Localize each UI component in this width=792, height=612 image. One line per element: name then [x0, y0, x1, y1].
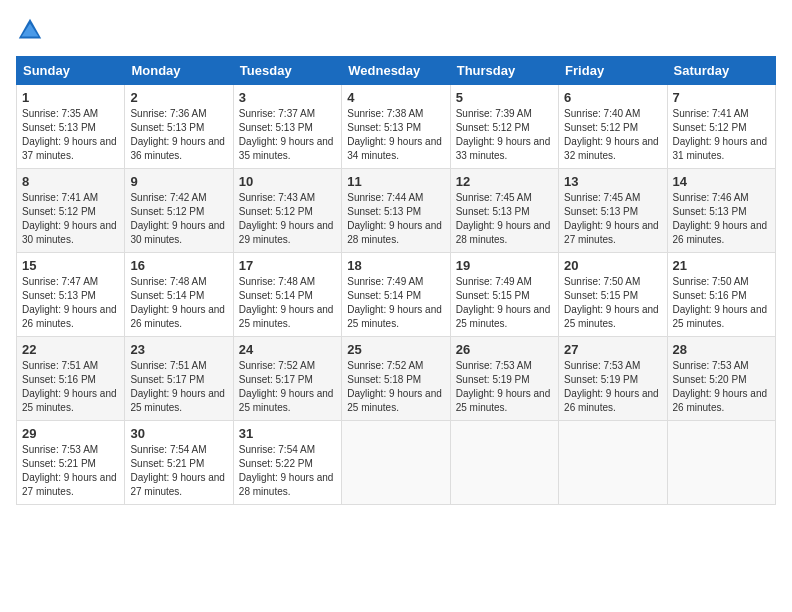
- day-cell: 23Sunrise: 7:51 AM Sunset: 5:17 PM Dayli…: [125, 337, 233, 421]
- day-info: Sunrise: 7:41 AM Sunset: 5:12 PM Dayligh…: [673, 107, 770, 163]
- day-number: 10: [239, 174, 336, 189]
- day-cell: 17Sunrise: 7:48 AM Sunset: 5:14 PM Dayli…: [233, 253, 341, 337]
- day-info: Sunrise: 7:54 AM Sunset: 5:21 PM Dayligh…: [130, 443, 227, 499]
- day-cell: 2Sunrise: 7:36 AM Sunset: 5:13 PM Daylig…: [125, 85, 233, 169]
- day-cell: 12Sunrise: 7:45 AM Sunset: 5:13 PM Dayli…: [450, 169, 558, 253]
- day-cell: 15Sunrise: 7:47 AM Sunset: 5:13 PM Dayli…: [17, 253, 125, 337]
- day-number: 24: [239, 342, 336, 357]
- day-cell: 3Sunrise: 7:37 AM Sunset: 5:13 PM Daylig…: [233, 85, 341, 169]
- day-number: 23: [130, 342, 227, 357]
- day-number: 20: [564, 258, 661, 273]
- day-info: Sunrise: 7:51 AM Sunset: 5:17 PM Dayligh…: [130, 359, 227, 415]
- day-cell: 24Sunrise: 7:52 AM Sunset: 5:17 PM Dayli…: [233, 337, 341, 421]
- day-cell: 31Sunrise: 7:54 AM Sunset: 5:22 PM Dayli…: [233, 421, 341, 505]
- day-info: Sunrise: 7:53 AM Sunset: 5:20 PM Dayligh…: [673, 359, 770, 415]
- day-info: Sunrise: 7:42 AM Sunset: 5:12 PM Dayligh…: [130, 191, 227, 247]
- day-info: Sunrise: 7:49 AM Sunset: 5:14 PM Dayligh…: [347, 275, 444, 331]
- day-info: Sunrise: 7:52 AM Sunset: 5:17 PM Dayligh…: [239, 359, 336, 415]
- day-number: 12: [456, 174, 553, 189]
- day-info: Sunrise: 7:35 AM Sunset: 5:13 PM Dayligh…: [22, 107, 119, 163]
- day-cell: 14Sunrise: 7:46 AM Sunset: 5:13 PM Dayli…: [667, 169, 775, 253]
- day-number: 29: [22, 426, 119, 441]
- day-number: 30: [130, 426, 227, 441]
- day-info: Sunrise: 7:48 AM Sunset: 5:14 PM Dayligh…: [239, 275, 336, 331]
- day-number: 14: [673, 174, 770, 189]
- day-info: Sunrise: 7:43 AM Sunset: 5:12 PM Dayligh…: [239, 191, 336, 247]
- day-cell: 28Sunrise: 7:53 AM Sunset: 5:20 PM Dayli…: [667, 337, 775, 421]
- day-number: 22: [22, 342, 119, 357]
- day-info: Sunrise: 7:49 AM Sunset: 5:15 PM Dayligh…: [456, 275, 553, 331]
- day-number: 1: [22, 90, 119, 105]
- day-cell: 1Sunrise: 7:35 AM Sunset: 5:13 PM Daylig…: [17, 85, 125, 169]
- day-cell: 13Sunrise: 7:45 AM Sunset: 5:13 PM Dayli…: [559, 169, 667, 253]
- day-info: Sunrise: 7:46 AM Sunset: 5:13 PM Dayligh…: [673, 191, 770, 247]
- day-cell: [559, 421, 667, 505]
- weekday-header: Friday: [559, 57, 667, 85]
- day-cell: 25Sunrise: 7:52 AM Sunset: 5:18 PM Dayli…: [342, 337, 450, 421]
- day-info: Sunrise: 7:38 AM Sunset: 5:13 PM Dayligh…: [347, 107, 444, 163]
- day-info: Sunrise: 7:45 AM Sunset: 5:13 PM Dayligh…: [564, 191, 661, 247]
- day-info: Sunrise: 7:37 AM Sunset: 5:13 PM Dayligh…: [239, 107, 336, 163]
- day-number: 27: [564, 342, 661, 357]
- day-info: Sunrise: 7:54 AM Sunset: 5:22 PM Dayligh…: [239, 443, 336, 499]
- day-info: Sunrise: 7:44 AM Sunset: 5:13 PM Dayligh…: [347, 191, 444, 247]
- weekday-header: Monday: [125, 57, 233, 85]
- day-number: 28: [673, 342, 770, 357]
- day-number: 18: [347, 258, 444, 273]
- day-cell: [342, 421, 450, 505]
- day-cell: 8Sunrise: 7:41 AM Sunset: 5:12 PM Daylig…: [17, 169, 125, 253]
- logo: [16, 16, 48, 44]
- weekday-header-row: SundayMondayTuesdayWednesdayThursdayFrid…: [17, 57, 776, 85]
- day-info: Sunrise: 7:40 AM Sunset: 5:12 PM Dayligh…: [564, 107, 661, 163]
- day-number: 11: [347, 174, 444, 189]
- day-number: 9: [130, 174, 227, 189]
- day-number: 19: [456, 258, 553, 273]
- day-info: Sunrise: 7:39 AM Sunset: 5:12 PM Dayligh…: [456, 107, 553, 163]
- day-cell: 18Sunrise: 7:49 AM Sunset: 5:14 PM Dayli…: [342, 253, 450, 337]
- day-cell: 22Sunrise: 7:51 AM Sunset: 5:16 PM Dayli…: [17, 337, 125, 421]
- day-number: 5: [456, 90, 553, 105]
- day-number: 8: [22, 174, 119, 189]
- day-info: Sunrise: 7:53 AM Sunset: 5:19 PM Dayligh…: [564, 359, 661, 415]
- day-cell: 7Sunrise: 7:41 AM Sunset: 5:12 PM Daylig…: [667, 85, 775, 169]
- day-cell: 16Sunrise: 7:48 AM Sunset: 5:14 PM Dayli…: [125, 253, 233, 337]
- day-info: Sunrise: 7:51 AM Sunset: 5:16 PM Dayligh…: [22, 359, 119, 415]
- day-number: 4: [347, 90, 444, 105]
- week-row: 29Sunrise: 7:53 AM Sunset: 5:21 PM Dayli…: [17, 421, 776, 505]
- week-row: 1Sunrise: 7:35 AM Sunset: 5:13 PM Daylig…: [17, 85, 776, 169]
- day-number: 26: [456, 342, 553, 357]
- day-info: Sunrise: 7:45 AM Sunset: 5:13 PM Dayligh…: [456, 191, 553, 247]
- day-cell: 10Sunrise: 7:43 AM Sunset: 5:12 PM Dayli…: [233, 169, 341, 253]
- day-cell: 19Sunrise: 7:49 AM Sunset: 5:15 PM Dayli…: [450, 253, 558, 337]
- day-cell: [450, 421, 558, 505]
- day-info: Sunrise: 7:41 AM Sunset: 5:12 PM Dayligh…: [22, 191, 119, 247]
- weekday-header: Tuesday: [233, 57, 341, 85]
- day-number: 16: [130, 258, 227, 273]
- day-number: 21: [673, 258, 770, 273]
- day-info: Sunrise: 7:52 AM Sunset: 5:18 PM Dayligh…: [347, 359, 444, 415]
- day-number: 7: [673, 90, 770, 105]
- day-cell: 21Sunrise: 7:50 AM Sunset: 5:16 PM Dayli…: [667, 253, 775, 337]
- day-cell: 20Sunrise: 7:50 AM Sunset: 5:15 PM Dayli…: [559, 253, 667, 337]
- day-number: 13: [564, 174, 661, 189]
- day-number: 17: [239, 258, 336, 273]
- day-cell: 27Sunrise: 7:53 AM Sunset: 5:19 PM Dayli…: [559, 337, 667, 421]
- day-number: 3: [239, 90, 336, 105]
- weekday-header: Wednesday: [342, 57, 450, 85]
- day-info: Sunrise: 7:47 AM Sunset: 5:13 PM Dayligh…: [22, 275, 119, 331]
- weekday-header: Thursday: [450, 57, 558, 85]
- day-cell: 6Sunrise: 7:40 AM Sunset: 5:12 PM Daylig…: [559, 85, 667, 169]
- logo-icon: [16, 16, 44, 44]
- day-cell: 26Sunrise: 7:53 AM Sunset: 5:19 PM Dayli…: [450, 337, 558, 421]
- day-info: Sunrise: 7:50 AM Sunset: 5:16 PM Dayligh…: [673, 275, 770, 331]
- day-info: Sunrise: 7:48 AM Sunset: 5:14 PM Dayligh…: [130, 275, 227, 331]
- day-info: Sunrise: 7:36 AM Sunset: 5:13 PM Dayligh…: [130, 107, 227, 163]
- weekday-header: Sunday: [17, 57, 125, 85]
- day-cell: 4Sunrise: 7:38 AM Sunset: 5:13 PM Daylig…: [342, 85, 450, 169]
- day-cell: 29Sunrise: 7:53 AM Sunset: 5:21 PM Dayli…: [17, 421, 125, 505]
- day-number: 31: [239, 426, 336, 441]
- calendar-table: SundayMondayTuesdayWednesdayThursdayFrid…: [16, 56, 776, 505]
- day-info: Sunrise: 7:50 AM Sunset: 5:15 PM Dayligh…: [564, 275, 661, 331]
- day-cell: 30Sunrise: 7:54 AM Sunset: 5:21 PM Dayli…: [125, 421, 233, 505]
- week-row: 8Sunrise: 7:41 AM Sunset: 5:12 PM Daylig…: [17, 169, 776, 253]
